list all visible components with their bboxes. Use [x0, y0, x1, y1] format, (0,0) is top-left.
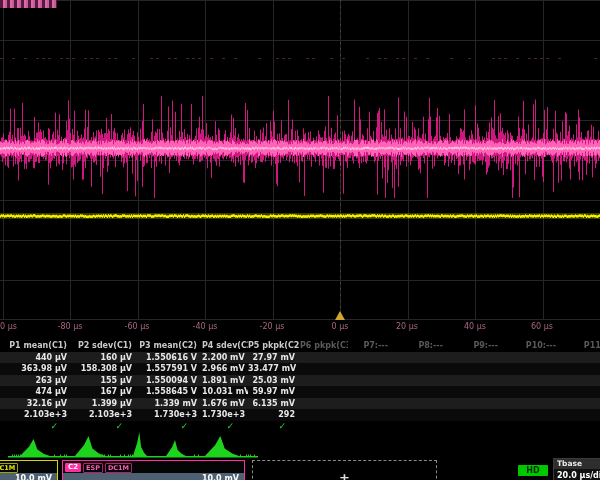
measurement-cell: 32.16 µV: [0, 398, 72, 410]
measurement-column-header[interactable]: P4 sdev(C2): [202, 340, 248, 352]
c1-vertical-scale: 10.0 mV: [0, 473, 57, 480]
measurement-cell: 167 µV: [72, 386, 137, 398]
measurement-cell: [448, 375, 503, 387]
measurement-cell: 1.730e+3: [137, 409, 202, 421]
measurement-column-header[interactable]: P5 pkpk(C2): [248, 340, 300, 352]
measurement-cell: [300, 352, 348, 364]
timebase-descriptor[interactable]: Tbase 20.0 µs/div: [553, 458, 600, 480]
timebase-title: Tbase: [554, 459, 600, 469]
measurement-cell: 1.557591 V: [137, 363, 202, 375]
measurement-cell: 27.97 mV: [248, 352, 300, 364]
measurement-column-header[interactable]: P7:---: [348, 340, 393, 352]
time-tick-label: 20 µs: [396, 322, 418, 331]
c1-coupling-badge: DC1M: [0, 463, 18, 473]
trace-label-badge: [0, 0, 57, 8]
measurement-cell: [448, 352, 503, 364]
measurement-column-header[interactable]: P11:---: [561, 340, 600, 352]
measurement-cell: [300, 409, 348, 421]
measurement-cell: [503, 409, 561, 421]
time-tick-label: -40 µs: [193, 322, 218, 331]
measurement-cell: [561, 386, 600, 398]
measurement-cell: 1.550616 V: [137, 352, 202, 364]
measurement-cell: [348, 363, 393, 375]
measurement-cell: [448, 398, 503, 410]
measurement-column-header[interactable]: P8:---: [393, 340, 448, 352]
measurement-cell: 440 µV: [0, 352, 72, 364]
waveform-grid[interactable]: [0, 0, 600, 322]
measurement-cell: 6.135 mV: [248, 398, 300, 410]
measurement-cell: 59.97 mV: [248, 386, 300, 398]
measurement-cell: [561, 398, 600, 410]
measurement-cell: [561, 363, 600, 375]
measurement-header-row: P1 mean(C1)P2 sdev(C1)P3 mean(C2)P4 sdev…: [0, 340, 600, 352]
measurement-cell: [300, 363, 348, 375]
timebase-value: 20.0 µs/div: [554, 469, 600, 480]
measurement-cell: [561, 375, 600, 387]
channel-c2-descriptor[interactable]: C2 ESP DC1M 10.0 mV: [62, 460, 245, 480]
c2-label: C2: [65, 463, 81, 472]
measurement-cell: 158.308 µV: [72, 363, 137, 375]
plus-icon: +: [339, 470, 350, 480]
measurement-cell: 2.966 mV: [202, 363, 248, 375]
measurement-row: 263 µV155 µV1.550094 V1.891 mV25.03 mV: [0, 375, 600, 387]
measurement-column-header[interactable]: P6 pkpk(C3): [300, 340, 348, 352]
measurement-cell: 160 µV: [72, 352, 137, 364]
measurement-cell: [348, 352, 393, 364]
measurement-cell: 10.031 mV: [202, 386, 248, 398]
measurement-cell: 363.98 µV: [0, 363, 72, 375]
hd-mode-indicator[interactable]: HD 12 Bits: [513, 458, 553, 480]
time-tick-label: -60 µs: [125, 322, 150, 331]
time-axis: -100 µs-80 µs-60 µs-40 µs-20 µs0 µs20 µs…: [0, 321, 600, 334]
measurement-cell: ✓: [72, 421, 137, 433]
measurement-cell: 292: [248, 409, 300, 421]
measurement-cell: 1.891 mV: [202, 375, 248, 387]
measurement-cell: [393, 363, 448, 375]
measurement-cell: [393, 386, 448, 398]
measurement-cell: [561, 421, 600, 433]
measurement-cell: [503, 375, 561, 387]
measurement-row: 2.103e+32.103e+31.730e+31.730e+3292: [0, 409, 600, 421]
measurement-column-header[interactable]: P10:---: [503, 340, 561, 352]
measurement-cell: 33.477 mV: [248, 363, 300, 375]
oscilloscope-screen: -100 µs-80 µs-60 µs-40 µs-20 µs0 µs20 µs…: [0, 0, 600, 480]
measurement-table: P1 mean(C1)P2 sdev(C1)P3 mean(C2)P4 sdev…: [0, 340, 600, 432]
measurement-cell: [393, 375, 448, 387]
time-tick-label: -100 µs: [0, 322, 17, 331]
measurement-cell: [393, 409, 448, 421]
measurement-cell: [448, 363, 503, 375]
hd-badge: HD: [518, 465, 547, 476]
measurement-cell: 2.103e+3: [0, 409, 72, 421]
measurement-cell: [561, 352, 600, 364]
measurement-cell: 25.03 mV: [248, 375, 300, 387]
measurement-column-header[interactable]: P9:---: [448, 340, 503, 352]
measurement-cell: [503, 386, 561, 398]
time-tick-label: 0 µs: [332, 322, 349, 331]
measurement-cell: 1.399 µV: [72, 398, 137, 410]
measurement-cell: [503, 352, 561, 364]
measurement-cell: 1.730e+3: [202, 409, 248, 421]
measurement-cell: [393, 398, 448, 410]
add-trace-button[interactable]: +: [252, 460, 437, 480]
measurement-row: 363.98 µV158.308 µV1.557591 V2.966 mV33.…: [0, 363, 600, 375]
measurement-histicons[interactable]: [0, 432, 600, 458]
measurement-column-header[interactable]: P2 sdev(C1): [72, 340, 137, 352]
measurement-cell: [448, 421, 503, 433]
measurement-cell: [393, 421, 448, 433]
measurement-row: 32.16 µV1.399 µV1.339 mV1.676 mV6.135 mV: [0, 398, 600, 410]
channel-c1-descriptor[interactable]: C1 DC1M 10.0 mV: [0, 460, 58, 480]
measurement-column-header[interactable]: P3 mean(C2): [137, 340, 202, 352]
c2-vertical-scale: 10.0 mV: [63, 473, 244, 480]
measurement-cell: [300, 375, 348, 387]
measurement-cell: 1.558645 V: [137, 386, 202, 398]
measurement-cell: ✓: [248, 421, 300, 433]
time-tick-label: -20 µs: [260, 322, 285, 331]
time-tick-label: -80 µs: [58, 322, 83, 331]
measurement-column-header[interactable]: P1 mean(C1): [0, 340, 72, 352]
measurement-cell: [348, 398, 393, 410]
measurement-cell: ✓: [137, 421, 202, 433]
measurement-cell: [300, 386, 348, 398]
measurement-cell: 1.676 mV: [202, 398, 248, 410]
measurement-cell: [503, 421, 561, 433]
measurement-cell: [393, 352, 448, 364]
measurement-cell: 1.550094 V: [137, 375, 202, 387]
